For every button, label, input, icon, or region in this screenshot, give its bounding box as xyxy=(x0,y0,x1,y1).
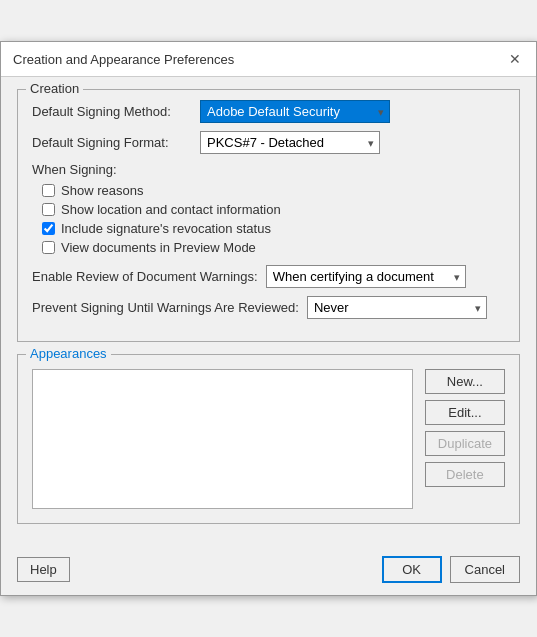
duplicate-button[interactable]: Duplicate xyxy=(425,431,505,456)
checkbox-show-location: Show location and contact information xyxy=(42,202,505,217)
appearances-section-label: Appearances xyxy=(26,346,111,361)
appearances-buttons: New... Edit... Duplicate Delete xyxy=(425,369,505,509)
show-reasons-label[interactable]: Show reasons xyxy=(61,183,143,198)
delete-button[interactable]: Delete xyxy=(425,462,505,487)
title-bar: Creation and Appearance Preferences ✕ xyxy=(1,42,536,77)
checkbox-show-reasons: Show reasons xyxy=(42,183,505,198)
appearances-content: New... Edit... Duplicate Delete xyxy=(32,369,505,509)
prevent-signing-label: Prevent Signing Until Warnings Are Revie… xyxy=(32,300,299,315)
footer-right: OK Cancel xyxy=(382,556,520,583)
creation-section-label: Creation xyxy=(26,81,83,96)
creation-section: Creation Default Signing Method: Adobe D… xyxy=(17,89,520,342)
appearances-listbox[interactable] xyxy=(32,369,413,509)
dialog-footer: Help OK Cancel xyxy=(1,548,536,595)
checkbox-include-revocation: Include signature's revocation status xyxy=(42,221,505,236)
enable-review-label: Enable Review of Document Warnings: xyxy=(32,269,258,284)
enable-review-row: Enable Review of Document Warnings: When… xyxy=(32,265,505,288)
signing-method-label: Default Signing Method: xyxy=(32,104,192,119)
help-button[interactable]: Help xyxy=(17,557,70,582)
signing-format-dropdown[interactable]: PKCS#7 - Detached xyxy=(200,131,380,154)
cancel-button[interactable]: Cancel xyxy=(450,556,520,583)
signing-format-row: Default Signing Format: PKCS#7 - Detache… xyxy=(32,131,505,154)
view-preview-label[interactable]: View documents in Preview Mode xyxy=(61,240,256,255)
include-revocation-label[interactable]: Include signature's revocation status xyxy=(61,221,271,236)
prevent-signing-dropdown-wrapper: Never Always xyxy=(307,296,487,319)
show-location-checkbox[interactable] xyxy=(42,203,55,216)
show-location-label[interactable]: Show location and contact information xyxy=(61,202,281,217)
checkbox-group: Show reasons Show location and contact i… xyxy=(32,183,505,255)
enable-review-dropdown-wrapper: When certifying a document Never Always xyxy=(266,265,466,288)
dialog-title: Creation and Appearance Preferences xyxy=(13,52,234,67)
appearances-section: Appearances New... Edit... Duplicate Del… xyxy=(17,354,520,524)
signing-method-row: Default Signing Method: Adobe Default Se… xyxy=(32,100,505,123)
when-signing-label: When Signing: xyxy=(32,162,505,177)
new-button[interactable]: New... xyxy=(425,369,505,394)
prevent-signing-dropdown[interactable]: Never Always xyxy=(307,296,487,319)
show-reasons-checkbox[interactable] xyxy=(42,184,55,197)
enable-review-dropdown[interactable]: When certifying a document Never Always xyxy=(266,265,466,288)
prevent-signing-row: Prevent Signing Until Warnings Are Revie… xyxy=(32,296,505,319)
signing-format-dropdown-wrapper: PKCS#7 - Detached xyxy=(200,131,380,154)
signing-method-dropdown-wrapper: Adobe Default Security xyxy=(200,100,390,123)
signing-format-label: Default Signing Format: xyxy=(32,135,192,150)
close-button[interactable]: ✕ xyxy=(506,50,524,68)
include-revocation-checkbox[interactable] xyxy=(42,222,55,235)
signing-method-dropdown[interactable]: Adobe Default Security xyxy=(200,100,390,123)
edit-button[interactable]: Edit... xyxy=(425,400,505,425)
checkbox-view-preview: View documents in Preview Mode xyxy=(42,240,505,255)
view-preview-checkbox[interactable] xyxy=(42,241,55,254)
ok-button[interactable]: OK xyxy=(382,556,442,583)
